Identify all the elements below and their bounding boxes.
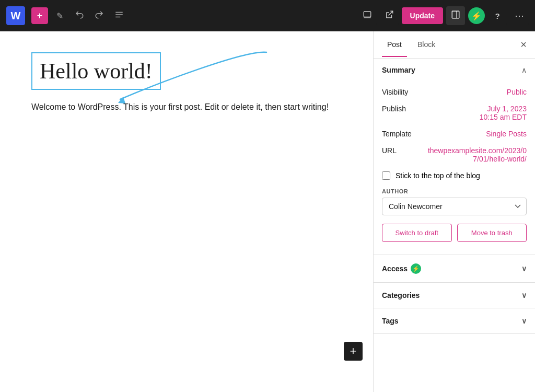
undo-button[interactable] [71, 7, 88, 24]
edit-button[interactable]: ✎ [51, 7, 68, 24]
redo-icon [95, 10, 104, 22]
categories-section[interactable]: Categories ∨ [374, 283, 535, 308]
wp-logo[interactable]: W [6, 6, 25, 25]
update-button[interactable]: Update [402, 7, 443, 24]
add-block-button[interactable]: + [31, 7, 48, 24]
publish-row: Publish July 1, 2023 10:15 am EDT [382, 100, 527, 125]
move-trash-button[interactable]: Move to trash [457, 224, 527, 242]
access-label-group: Access ⚡ [382, 263, 421, 274]
svg-rect-6 [452, 11, 459, 18]
more-icon: ⋯ [515, 10, 525, 21]
external-link-icon [385, 10, 394, 22]
url-row: URL thewpexamplesite.com/2023/07/01/hell… [382, 142, 527, 167]
sidebar-icon [451, 10, 460, 22]
sidebar-close-button[interactable]: × [520, 39, 527, 51]
url-label: URL [382, 146, 424, 155]
stick-top-row: Stick to the top of the blog [382, 167, 527, 184]
template-row: Template Single Posts [382, 125, 527, 142]
add-block-float-button[interactable]: + [344, 342, 363, 361]
sidebar: Post Block × Summary ∧ Visibility Public… [373, 31, 535, 392]
access-label: Access [382, 264, 408, 273]
list-view-button[interactable] [111, 7, 127, 24]
tags-chevron-down-icon: ∨ [521, 317, 527, 325]
preview-button[interactable] [358, 6, 377, 25]
plus-icon: + [37, 10, 43, 21]
sidebar-tabs: Post Block × [374, 31, 535, 59]
visibility-row: Visibility Public [382, 84, 527, 100]
summary-content: Visibility Public Publish July 1, 2023 1… [374, 82, 535, 255]
url-value[interactable]: thewpexamplesite.com/2023/07/01/hello-wo… [424, 146, 527, 163]
stick-top-checkbox[interactable] [382, 171, 390, 180]
visibility-value[interactable]: Public [507, 88, 527, 96]
svg-line-5 [388, 11, 392, 15]
undo-icon [75, 10, 84, 22]
summary-chevron-up-icon: ∧ [521, 66, 527, 74]
help-icon: ? [495, 11, 499, 20]
help-button[interactable]: ? [488, 6, 507, 25]
summary-section: Summary ∧ Visibility Public Publish July… [374, 59, 535, 255]
external-link-button[interactable] [380, 6, 399, 25]
author-heading: AUTHOR [382, 188, 527, 194]
more-button[interactable]: ⋯ [510, 6, 529, 25]
pencil-icon: ✎ [56, 11, 63, 21]
publish-value[interactable]: July 1, 2023 10:15 am EDT [480, 105, 527, 121]
post-title-block[interactable]: Hello world! [31, 52, 161, 90]
redo-button[interactable] [91, 7, 108, 24]
editor-area[interactable]: Hello world! Welcome to WordPress. This … [0, 31, 373, 392]
categories-chevron-down-icon: ∨ [521, 291, 527, 299]
tags-section[interactable]: Tags ∨ [374, 308, 535, 334]
publish-time: 10:15 am EDT [480, 113, 527, 121]
wp-icon: W [11, 10, 21, 22]
access-section[interactable]: Access ⚡ ∨ [374, 255, 535, 283]
template-value[interactable]: Single Posts [486, 130, 527, 138]
list-icon [114, 10, 124, 22]
access-bolt-icon: ⚡ [411, 263, 421, 274]
stick-top-label: Stick to the top of the blog [396, 171, 480, 180]
tab-block[interactable]: Block [412, 33, 440, 57]
tab-post[interactable]: Post [382, 33, 407, 57]
switch-draft-button[interactable]: Switch to draft [382, 224, 452, 242]
tags-label: Tags [382, 317, 399, 325]
main-area: Hello world! Welcome to WordPress. This … [0, 31, 535, 392]
publish-label: Publish [382, 105, 424, 113]
toolbar: W + ✎ Update [0, 0, 535, 31]
bolt-icon-symbol: ⚡ [471, 11, 482, 21]
sidebar-toggle-button[interactable] [446, 6, 465, 25]
summary-header[interactable]: Summary ∧ [374, 59, 535, 82]
categories-label: Categories [382, 291, 420, 299]
visibility-label: Visibility [382, 88, 424, 96]
author-select[interactable]: Colin Newcomer [382, 198, 527, 215]
sidebar-actions: Switch to draft Move to trash [382, 222, 527, 246]
preview-icon [363, 10, 372, 22]
bolt-button[interactable]: ⚡ [468, 7, 485, 24]
plus-icon-float: + [350, 344, 357, 358]
publish-date: July 1, 2023 [487, 105, 527, 113]
post-content[interactable]: Welcome to WordPress. This is your first… [31, 100, 334, 114]
summary-title: Summary [382, 66, 415, 74]
post-title: Hello world! [40, 59, 153, 84]
svg-rect-3 [364, 11, 371, 17]
template-label: Template [382, 130, 424, 138]
access-chevron-down-icon: ∨ [521, 264, 527, 273]
